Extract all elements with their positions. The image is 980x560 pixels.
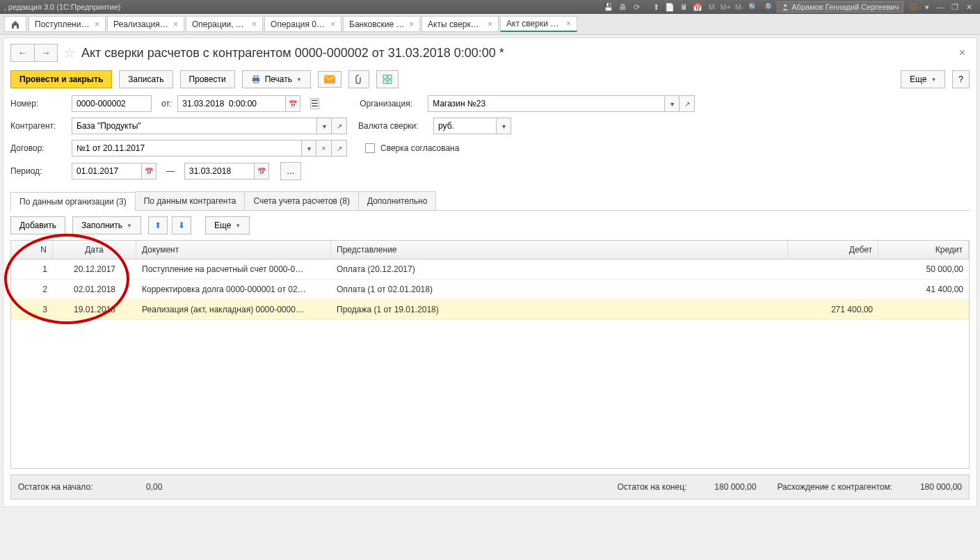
close-icon[interactable]: × (566, 19, 571, 29)
user-menu[interactable]: Абрамов Геннадий Сергеевич (777, 1, 903, 13)
calc-icon[interactable]: 🖩 (677, 1, 690, 13)
period-select-button[interactable]: … (280, 162, 301, 180)
nav-tab[interactable]: Реализация (акты, накла…× (107, 16, 184, 32)
fill-button[interactable]: Заполнить ▼ (72, 216, 141, 234)
chevron-down-icon[interactable]: ▾ (664, 95, 680, 112)
attach-button[interactable] (348, 70, 369, 88)
diff-value: 180 000,00 (906, 482, 962, 492)
move-up-button[interactable]: ⬆ (148, 216, 168, 234)
email-button[interactable] (318, 71, 342, 88)
close-icon[interactable]: × (330, 19, 335, 29)
col-doc[interactable]: Документ (136, 241, 331, 259)
start-balance-label: Остаток на начало: (18, 482, 93, 492)
post-button[interactable]: Провести (180, 70, 235, 88)
favorite-icon[interactable]: ☆ (63, 45, 76, 61)
data-table: N Дата Документ Представление Дебет Кред… (10, 240, 970, 469)
open-icon[interactable]: ↗ (332, 118, 347, 134)
col-date[interactable]: Дата (53, 241, 136, 259)
forward-button[interactable]: → (34, 44, 58, 62)
tab-accounts[interactable]: Счета учета расчетов (8) (244, 191, 358, 210)
open-icon[interactable]: ↗ (680, 95, 695, 112)
chevron-down-icon[interactable]: ▾ (316, 118, 332, 134)
nav-tab[interactable]: Поступление (акты, накл…× (29, 16, 106, 32)
print-button[interactable]: Печать ▼ (242, 70, 311, 88)
close-window-icon[interactable]: ✕ (963, 1, 975, 13)
footer: Остаток на начало: 0,00 Остаток на конец… (10, 474, 970, 499)
save-icon[interactable]: 💾 (602, 1, 615, 13)
curr-label: Валюта сверки: (358, 121, 428, 131)
mminus-icon[interactable]: M- (733, 1, 746, 13)
date-field[interactable] (177, 95, 285, 112)
curr-field[interactable] (433, 118, 496, 134)
date-extra-button[interactable]: ☰ (310, 98, 319, 109)
period-from-field[interactable] (72, 163, 141, 179)
close-page-icon[interactable]: × (955, 47, 970, 59)
chevron-down-icon[interactable]: ▾ (301, 140, 316, 157)
period-to-field[interactable] (184, 163, 254, 179)
table-more-button[interactable]: Еще ▼ (205, 216, 250, 234)
close-icon[interactable]: × (409, 19, 414, 29)
print-icon[interactable]: 🖶 (616, 1, 629, 13)
close-icon[interactable]: × (95, 19, 99, 29)
maximize-icon[interactable]: ❐ (949, 1, 961, 13)
back-button[interactable]: ← (10, 44, 34, 62)
svg-rect-5 (383, 75, 387, 79)
contract-field[interactable] (72, 140, 301, 157)
svg-point-0 (784, 4, 787, 7)
open-icon[interactable]: ↗ (332, 140, 347, 157)
calendar-icon[interactable]: 📅 (285, 95, 300, 112)
clear-icon[interactable]: × (316, 140, 332, 157)
col-rep[interactable]: Представление (331, 241, 788, 259)
nav-tab[interactable]: Банковские выписки× (343, 16, 420, 32)
contr-label: Контрагент: (10, 121, 66, 131)
col-debit[interactable]: Дебет (788, 241, 878, 259)
post-and-close-button[interactable]: Провести и закрыть (10, 70, 112, 88)
col-n[interactable]: N (11, 241, 53, 259)
dropdown-icon[interactable]: ▾ (921, 1, 933, 13)
export-icon[interactable]: ⬆ (650, 1, 662, 13)
agreed-checkbox[interactable] (365, 143, 375, 153)
close-icon[interactable]: × (173, 19, 178, 29)
tab-contr-data[interactable]: По данным контрагента (135, 191, 246, 210)
diff-label: Расхождение с контрагентом: (777, 482, 892, 492)
nav-tab[interactable]: Акты сверки расчетов с …× (421, 16, 499, 32)
m-icon[interactable]: M (705, 1, 718, 13)
mplus-icon[interactable]: M+ (719, 1, 732, 13)
save-button[interactable]: Записать (119, 70, 172, 88)
close-icon[interactable]: × (488, 19, 492, 29)
col-credit[interactable]: Кредит (878, 241, 969, 259)
minimize-icon[interactable]: — (935, 1, 947, 13)
calendar-icon[interactable]: 📅 (691, 1, 704, 13)
home-button[interactable] (4, 16, 26, 32)
svg-rect-6 (388, 75, 392, 79)
add-button[interactable]: Добавить (10, 216, 65, 234)
zoomout-icon[interactable]: 🔎 (761, 1, 773, 13)
calendar-icon[interactable]: 📅 (254, 163, 269, 179)
calendar-icon[interactable]: 📅 (141, 163, 156, 179)
tab-extra[interactable]: Дополнительно (358, 191, 436, 210)
table-row-selected[interactable]: 3 19.01.2018 Реализация (акт, накладная)… (11, 300, 969, 320)
agreed-label: Сверка согласована (380, 143, 459, 153)
contr-field[interactable] (72, 118, 316, 134)
refresh-icon[interactable]: ⟳ (630, 1, 643, 13)
org-label: Организация: (360, 99, 422, 109)
related-button[interactable] (376, 70, 399, 88)
number-field[interactable] (72, 95, 152, 112)
table-row[interactable]: 2 02.01.2018 Корректировка долга 0000-00… (11, 280, 969, 300)
table-row[interactable]: 1 20.12.2017 Поступление на расчетный сч… (11, 259, 969, 280)
zoomin-icon[interactable]: 🔍 (747, 1, 760, 13)
page-title: Акт сверки расчетов с контрагентом 0000-… (81, 46, 949, 61)
nav-tab-active[interactable]: Акт сверки р…0000-000002× (500, 16, 577, 32)
tab-org-data[interactable]: По данным организации (3) (10, 192, 136, 211)
info-icon[interactable]: ⓘ (907, 1, 919, 13)
more-button[interactable]: Еще ▼ (901, 70, 945, 88)
help-button[interactable]: ? (952, 70, 970, 88)
org-field[interactable] (428, 95, 664, 112)
move-down-button[interactable]: ⬇ (172, 216, 191, 234)
end-balance-label: Остаток на конец: (617, 482, 686, 492)
chevron-down-icon[interactable]: ▾ (496, 118, 511, 134)
nav-tab[interactable]: Операция 0000-000002 о…× (264, 16, 342, 32)
close-icon[interactable]: × (252, 19, 257, 29)
nav-tab[interactable]: Операции, введенные в…× (186, 16, 263, 32)
doc-icon[interactable]: 📄 (664, 1, 676, 13)
